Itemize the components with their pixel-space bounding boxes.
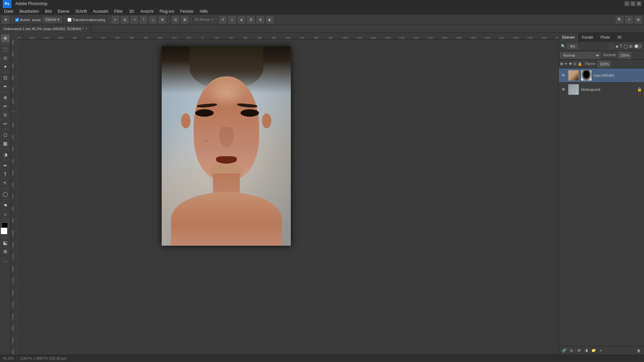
brush-tool-button[interactable]: ✏ (1, 102, 10, 110)
background-color[interactable] (1, 228, 7, 234)
auto-select-option[interactable]: Autotr. ausw.: Ebene ▾ (15, 17, 62, 22)
more-tools-button[interactable]: … (1, 256, 10, 264)
distribute-v-btn[interactable]: ⊠ (181, 16, 189, 23)
transform-option[interactable]: Transformationsstrg. (67, 18, 106, 22)
extra-btn5[interactable]: ◐ (266, 16, 273, 23)
layer-bg-visibility[interactable]: 👁 (561, 87, 566, 92)
dodge-tool-button[interactable]: ◑ (1, 150, 10, 159)
transform-checkbox[interactable] (67, 18, 71, 22)
smartobj-filter-icon[interactable]: ⊟ (629, 44, 633, 49)
layer-man-item[interactable]: 👁 man-945482 (559, 68, 644, 82)
auto-select-type[interactable]: Ebene ▾ (43, 17, 62, 22)
align-center-v-btn[interactable]: ⊥ (149, 16, 157, 23)
zoom-status: 40,33% (3, 357, 14, 360)
minimize-button[interactable]: − (625, 1, 629, 6)
opacity-input[interactable] (618, 52, 631, 59)
maximize-button[interactable]: □ (631, 1, 635, 6)
3d-mode-option[interactable]: 3D-Modus: ▾ (194, 18, 213, 21)
menu-fenster[interactable]: Fenster (177, 8, 197, 14)
lock-position-btn[interactable]: ✥ (569, 62, 572, 66)
adjustment-filter-icon[interactable]: ◈ (615, 44, 619, 49)
hand-tool-button[interactable]: ☚ (1, 201, 10, 209)
pen-tool-button[interactable]: ✒ (1, 162, 10, 170)
share-btn[interactable]: ↗ (625, 16, 633, 23)
menu-bearbeiten[interactable]: Bearbeiten (17, 8, 42, 14)
add-group-btn[interactable]: 📁 (590, 347, 597, 354)
add-mask-btn[interactable]: ⊟ (576, 347, 582, 354)
fill-input[interactable] (597, 61, 611, 67)
menu-auswahl[interactable]: Auswahl (90, 8, 111, 14)
magic-wand-tool-button[interactable]: ✦ (1, 63, 10, 71)
canvas-viewport[interactable] (17, 40, 558, 355)
lock-all-btn[interactable]: 🔒 (578, 62, 582, 66)
refresh-btn[interactable]: ↺ (219, 16, 226, 23)
lock-image-btn[interactable]: ✏ (565, 62, 568, 66)
eyedropper-tool-button[interactable]: ✒ (1, 82, 10, 90)
layer-man-visibility[interactable]: 👁 (561, 73, 566, 78)
tool-separator8 (2, 199, 9, 200)
add-layer-btn[interactable]: + (598, 347, 604, 354)
add-adjustment-btn[interactable]: ◑ (583, 347, 590, 354)
layer-background-item[interactable]: 👁 Hintergrund 🔒 (559, 82, 644, 97)
menu-3d[interactable]: 3D (126, 8, 137, 14)
panel-tab-kanaele[interactable]: Kanäle (579, 33, 597, 42)
extra-btn2[interactable]: ◈ (238, 16, 245, 23)
menu-bild[interactable]: Bild (42, 8, 54, 14)
arrange-btn[interactable]: ⊞ (635, 16, 642, 23)
panel-tab-pfade[interactable]: Pfade (597, 33, 614, 42)
shape-filter-icon[interactable]: ◯ (624, 44, 628, 49)
align-bottom-btn[interactable]: ⊞ (159, 16, 166, 23)
tab-close-button[interactable]: × (86, 27, 88, 31)
quick-mask-button[interactable]: ⬕ (1, 239, 10, 247)
shape-tool-button[interactable]: ◯ (1, 190, 10, 198)
extra-btn3[interactable]: ☰ (247, 16, 255, 23)
layer-man-mask (581, 70, 592, 81)
lock-artboard-btn[interactable]: ⊡ (573, 62, 576, 66)
title-bar-controls[interactable]: − □ ✕ (625, 1, 641, 6)
menu-plugins[interactable]: Plug-ins (157, 8, 177, 14)
history-brush-tool-button[interactable]: ↩ (1, 120, 10, 128)
crop-tool-button[interactable]: ⊡ (1, 74, 10, 82)
menu-filter[interactable]: Filter (111, 8, 126, 14)
panel-tab-3d[interactable]: 3D (614, 33, 626, 42)
menu-hilfe[interactable]: Hilfe (197, 8, 211, 14)
lasso-tool-button[interactable]: ⊙ (1, 54, 10, 62)
align-right-btn[interactable]: ⊣ (130, 16, 138, 23)
filter-type-select[interactable]: Art (567, 44, 578, 49)
move-tool-button[interactable]: ✥ (1, 34, 10, 42)
delete-layer-btn[interactable]: 🗑 (635, 347, 642, 354)
close-button[interactable]: ✕ (637, 1, 641, 6)
extra-btn4[interactable]: ⊕ (257, 16, 264, 23)
text-tool-button[interactable]: T (1, 170, 10, 178)
align-center-h-btn[interactable]: ⊟ (121, 16, 128, 23)
align-left-btn[interactable]: ⊢ (112, 16, 119, 23)
selection-tool-button[interactable]: ⬚ (1, 45, 10, 53)
menu-ebene[interactable]: Ebene (55, 8, 72, 14)
filter-toggle[interactable] (634, 44, 642, 49)
menu-ansicht[interactable]: Ansicht (138, 8, 156, 14)
face-highlight (206, 80, 247, 107)
gradient-tool-button[interactable]: ▦ (1, 139, 10, 147)
document-tab[interactable]: Unbenannt-1 bei 40,3% (man-945482, RGB/8… (0, 25, 91, 33)
text-filter-icon[interactable]: T (620, 44, 622, 49)
add-style-btn[interactable]: fx (568, 347, 575, 354)
lock-transparent-btn[interactable]: ⊞ (560, 62, 563, 66)
menu-schrift[interactable]: Schrift (73, 8, 90, 14)
distribute-btn[interactable]: ⊟ (172, 16, 179, 23)
panel-tab-ebenen[interactable]: Ebenen (559, 33, 579, 42)
clone-tool-button[interactable]: ⎘ (1, 111, 10, 119)
healing-tool-button[interactable]: ⊕ (1, 94, 10, 102)
blend-mode-select[interactable]: Normal Auflösen Abdunkeln Multiplizieren… (560, 52, 600, 59)
zoom-tool-button[interactable]: ⌕ (1, 210, 10, 218)
search-btn[interactable]: 🔍 (616, 16, 623, 23)
align-top-btn[interactable]: ⊤ (140, 16, 147, 23)
extra-btn1[interactable]: ◇ (228, 16, 236, 23)
screen-mode-button[interactable]: ⊞ (1, 247, 10, 255)
pixel-filter-icon[interactable]: ⬛ (609, 44, 614, 49)
auto-select-checkbox[interactable] (15, 18, 19, 22)
eraser-tool-button[interactable]: ◻ (1, 131, 10, 139)
menu-datei[interactable]: Datei (1, 8, 16, 14)
path-select-tool-button[interactable]: ↖ (1, 179, 10, 187)
move-icon[interactable]: ✥ (2, 16, 9, 23)
link-layers-btn[interactable]: 🔗 (561, 347, 568, 354)
